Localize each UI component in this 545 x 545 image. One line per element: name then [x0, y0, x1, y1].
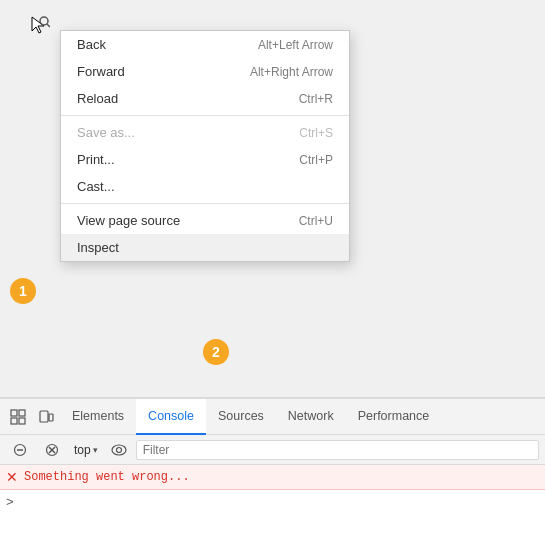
inspect-icon — [10, 409, 26, 425]
menu-divider-2 — [61, 203, 349, 204]
tab-network[interactable]: Network — [276, 399, 346, 435]
cursor-icon — [30, 15, 50, 35]
menu-item-print[interactable]: Print... Ctrl+P — [61, 146, 349, 173]
svg-rect-3 — [11, 410, 17, 416]
inspect-element-button[interactable] — [4, 403, 32, 431]
chevron-down-icon: ▾ — [93, 445, 98, 455]
tab-sources[interactable]: Sources — [206, 399, 276, 435]
eye-button[interactable] — [106, 439, 132, 461]
devtools-tabs: Elements Console Sources Network Perform… — [60, 399, 541, 435]
context-selector[interactable]: top ▾ — [70, 441, 102, 459]
eye-icon — [111, 444, 127, 456]
menu-divider-1 — [61, 115, 349, 116]
tab-console[interactable]: Console — [136, 399, 206, 435]
step-badge-2: 2 — [203, 339, 229, 365]
menu-item-inspect[interactable]: Inspect — [61, 234, 349, 261]
stop-icon — [45, 443, 59, 457]
tab-performance[interactable]: Performance — [346, 399, 442, 435]
console-prompt-row: > — [0, 490, 545, 513]
error-icon: ✕ — [6, 469, 18, 485]
prompt-arrow-icon: > — [6, 494, 14, 509]
svg-rect-5 — [19, 410, 25, 416]
console-error-row: ✕ Something went wrong... — [0, 465, 545, 490]
svg-point-15 — [116, 447, 121, 452]
menu-item-view-source[interactable]: View page source Ctrl+U — [61, 207, 349, 234]
devtools-panel: Elements Console Sources Network Perform… — [0, 397, 545, 545]
context-menu: Back Alt+Left Arrow Forward Alt+Right Ar… — [60, 30, 350, 262]
devtools-tabbar: Elements Console Sources Network Perform… — [0, 399, 545, 435]
menu-item-reload[interactable]: Reload Ctrl+R — [61, 85, 349, 112]
menu-item-save-as[interactable]: Save as... Ctrl+S — [61, 119, 349, 146]
svg-rect-7 — [40, 411, 48, 422]
svg-line-2 — [47, 24, 50, 27]
svg-marker-0 — [32, 17, 44, 33]
device-toggle-button[interactable] — [32, 403, 60, 431]
menu-item-cast[interactable]: Cast... — [61, 173, 349, 200]
svg-rect-8 — [49, 414, 53, 421]
svg-point-1 — [40, 17, 48, 25]
svg-rect-4 — [11, 418, 17, 424]
console-toolbar: top ▾ — [0, 435, 545, 465]
menu-item-back[interactable]: Back Alt+Left Arrow — [61, 31, 349, 58]
clear-console-button[interactable] — [6, 436, 34, 464]
tab-elements[interactable]: Elements — [60, 399, 136, 435]
device-icon — [38, 409, 54, 425]
svg-point-14 — [112, 445, 126, 455]
step-badge-1: 1 — [10, 278, 36, 304]
console-output: ✕ Something went wrong... > — [0, 465, 545, 545]
menu-item-forward[interactable]: Forward Alt+Right Arrow — [61, 58, 349, 85]
console-filter-input[interactable] — [136, 440, 539, 460]
svg-rect-6 — [19, 418, 25, 424]
stop-button[interactable] — [38, 436, 66, 464]
clear-icon — [13, 443, 27, 457]
error-message: Something went wrong... — [24, 470, 190, 484]
